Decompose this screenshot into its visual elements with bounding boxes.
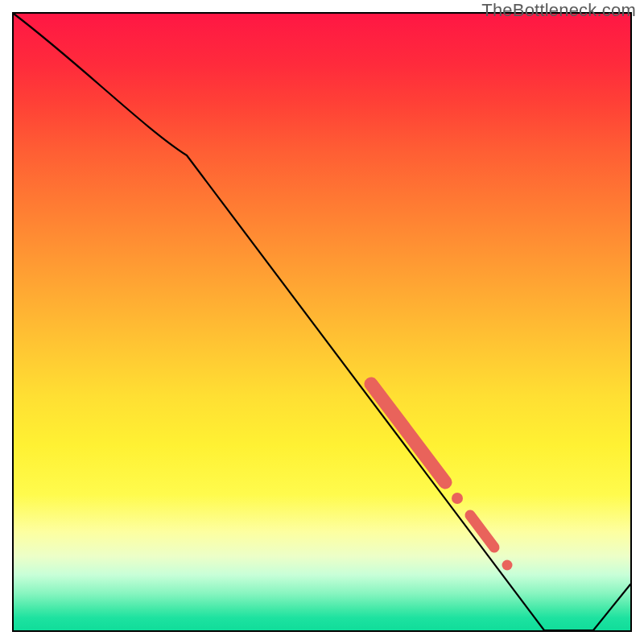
plot-background-gradient [14,14,630,630]
watermark-text: TheBottleneck.com [481,0,636,21]
plot-border-bottom [12,630,632,632]
plot-border-left [12,12,14,632]
chart-container: TheBottleneck.com [0,0,644,644]
plot-border-right [630,12,632,632]
